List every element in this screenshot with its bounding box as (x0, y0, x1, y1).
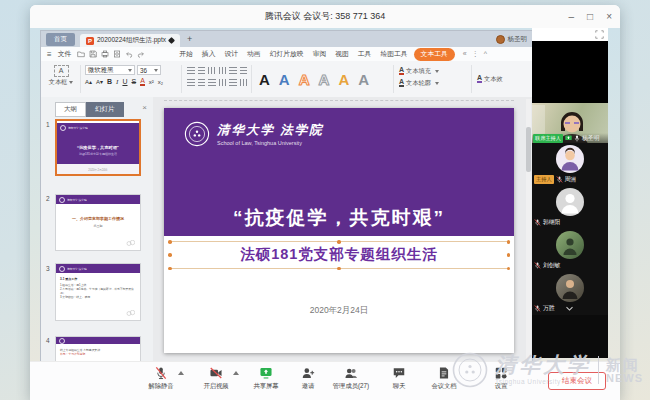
align-buttons[interactable] (187, 79, 247, 86)
maximize-button[interactable]: □ (587, 12, 593, 22)
shrink-font-button[interactable]: A▾ (96, 78, 103, 85)
meeting-toolbar: 解除静音 开启视频 共享屏幕 (30, 361, 620, 400)
menu-review[interactable]: 审阅 (313, 49, 327, 59)
menu-tools[interactable]: 工具 (358, 49, 372, 59)
menu-file[interactable]: 文件 (58, 49, 72, 59)
settings-button[interactable]: 设置 (472, 366, 530, 391)
wps-home-tab[interactable]: 首页 (46, 33, 75, 46)
menu-draw-tools[interactable]: 绘图工具 (380, 49, 407, 59)
tab-slides[interactable]: 幻灯片 (86, 102, 124, 117)
grow-font-button[interactable]: A▴ (85, 78, 92, 85)
hamburger-icon[interactable]: ≡ (47, 50, 52, 59)
text-effect-icon: A (477, 75, 482, 83)
slide-purple-banner: 清华大学 法学院 School of Law, Tsinghua Univers… (164, 108, 514, 236)
mic-options-caret[interactable] (178, 371, 184, 375)
preview-icon[interactable] (113, 50, 121, 58)
wordart-style-6[interactable]: A (358, 72, 369, 87)
video-tile-cohost[interactable]: 联席主持人 杨圣明 (532, 103, 608, 143)
wordart-gallery[interactable]: A A A A A A (259, 61, 369, 97)
text-outline-button[interactable]: A 文本轮廓 (399, 77, 469, 89)
school-logo: 清华大学 法学院 School of Law, Tsinghua Univers… (184, 121, 324, 147)
slide-canvas[interactable]: 清华大学 法学院 School of Law, Tsinghua Univers… (153, 97, 532, 361)
avatar-photo-nature (556, 231, 584, 259)
collapse-ribbon-icon[interactable]: ^ (484, 50, 487, 58)
meeting-docs-button[interactable]: 会议文档 (415, 366, 473, 391)
list-buttons[interactable] (187, 67, 247, 74)
textbox-button[interactable]: A 文本框 (45, 61, 77, 97)
thumb-flower-graphic (126, 309, 136, 317)
canvas-scrollbar-thumb[interactable] (526, 127, 531, 172)
titlebar[interactable]: 腾讯会议 会议号: 358 771 364 – □ × (30, 5, 620, 29)
menu-design[interactable]: 设计 (224, 49, 238, 59)
wps-document-tab[interactable]: P 20200224组织生活.pptx (80, 34, 180, 47)
tab-outline[interactable]: 大纲 (55, 102, 86, 117)
menu-insert[interactable]: 插入 (202, 49, 216, 59)
thumb1-subtitle: 法硕181党支部专题组织生活 (57, 152, 139, 156)
end-meeting-button[interactable]: 结束会议 (548, 372, 606, 390)
video-tile-host[interactable]: 主持人 周洲 (532, 143, 608, 186)
account-name: 杨圣明 (508, 35, 528, 44)
open-folder-icon[interactable] (77, 50, 85, 58)
subscript-button[interactable]: x₂ (158, 79, 163, 85)
participant-name: 杨圣明 (582, 134, 599, 143)
menu-view[interactable]: 视图 (335, 49, 349, 59)
undo-icon[interactable] (125, 50, 133, 58)
italic-button[interactable]: I (116, 78, 118, 86)
save-icon[interactable] (89, 50, 97, 58)
bold-button[interactable]: B (107, 78, 112, 85)
slide-title: “抗疫促学，共克时艰” (164, 205, 514, 231)
camera-off-icon (209, 366, 223, 380)
document-icon (437, 366, 451, 380)
redo-icon[interactable] (137, 50, 145, 58)
unmute-button[interactable]: 解除静音 (132, 366, 190, 391)
expand-layout-icon[interactable] (595, 30, 604, 39)
font-size-select[interactable]: 36 (137, 65, 161, 75)
thumb-logo-text: 清华大学 法学院 (67, 267, 87, 271)
minimize-button[interactable]: – (569, 12, 575, 22)
video-tile-participant[interactable]: 万胜 (532, 272, 608, 315)
video-tile-camera-dark[interactable] (532, 41, 608, 103)
wordart-style-1[interactable]: A (259, 72, 270, 87)
font-color-button[interactable]: A (140, 77, 145, 86)
textbox-icon: A (54, 65, 69, 77)
menu-home[interactable]: 开始 (179, 49, 193, 59)
thumb4-line: 补充：学习计划说明 (60, 352, 136, 356)
wordart-style-4[interactable]: A (319, 72, 330, 87)
text-effect-button[interactable]: A 文本效 (477, 61, 533, 97)
print-icon[interactable] (101, 50, 109, 58)
close-button[interactable]: × (606, 12, 612, 22)
more-icon[interactable]: ⋮ (472, 50, 479, 58)
current-slide[interactable]: 清华大学 法学院 School of Law, Tsinghua Univers… (164, 108, 514, 353)
menu-slideshow[interactable]: 幻灯片放映 (270, 49, 304, 59)
settings-label: 设置 (472, 382, 530, 391)
text-outline-label: 文本轮廓 (406, 79, 431, 88)
mic-muted-icon (534, 305, 541, 312)
slide-thumbnail-2[interactable]: 清华大学 法学院 一、介绍党支部学期工作情况 杨圣明 (55, 194, 141, 251)
share-icon[interactable]: « (463, 50, 467, 58)
underline-button[interactable]: U (122, 78, 127, 85)
tab-text-tools[interactable]: 文本工具 (414, 48, 455, 61)
new-tab-button[interactable]: + (187, 34, 192, 44)
participant-name: 郭继阳 (543, 218, 560, 227)
wordart-style-5[interactable]: A (338, 72, 349, 87)
video-tile-participant[interactable]: 郭继阳 (532, 186, 608, 229)
slide-thumbnail-4[interactable]: 线上专题组织生活 支部建设安排 补充：学习计划说明 (55, 336, 141, 362)
text-fill-button[interactable]: A 文本填充 (399, 65, 469, 77)
thumb2-author: 杨圣明 (56, 224, 140, 228)
font-name-select[interactable]: 微软雅黑 (85, 65, 135, 75)
superscript-button[interactable]: x² (149, 79, 154, 85)
wps-account[interactable]: 杨圣明 (496, 35, 528, 44)
menu-animation[interactable]: 动画 (247, 49, 261, 59)
slide-thumbnail-3[interactable]: 清华大学 法学院 3-1 重点工作 1.组织生活：周1上线 2.支部活动：周1选… (55, 263, 141, 321)
video-tile-participant[interactable]: 刘创敏 (532, 229, 608, 272)
slide-thumbnail-1[interactable]: 清华大学 法学院 “抗疫促学，共克时艰” 法硕181党支部专题组织生活 2020… (55, 119, 141, 176)
wps-ribbon: A 文本框 微软雅黑 36 A▴ A▾ B I (41, 61, 532, 98)
strikethrough-button[interactable]: S (132, 78, 137, 85)
wordart-style-3[interactable]: A (299, 72, 310, 87)
wordart-style-2[interactable]: A (279, 72, 290, 87)
wps-tab-strip: 首页 P 20200224组织生活.pptx + 杨圣明 (41, 31, 532, 47)
thumb3-line: 3.文明校园：线上、确定 (60, 295, 136, 299)
slide-number: 2 (46, 195, 50, 202)
panel-close-icon[interactable]: × (142, 103, 147, 112)
chevron-down-icon[interactable] (565, 306, 574, 312)
